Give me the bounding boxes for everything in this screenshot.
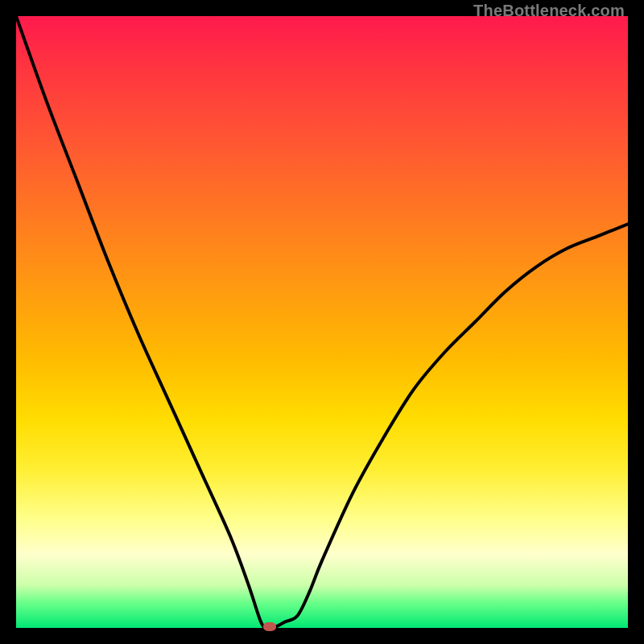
plot-area <box>16 16 628 628</box>
bottleneck-curve <box>16 16 628 628</box>
chart-frame: TheBottleneck.com <box>0 0 644 644</box>
optimal-point-marker <box>263 622 276 631</box>
